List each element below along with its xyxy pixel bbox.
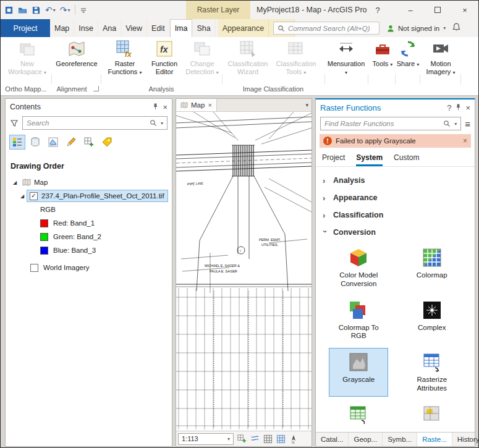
map-scale-combo[interactable]: 1:113 ▾ <box>178 433 234 445</box>
raster-grid-button[interactable] <box>276 434 286 444</box>
function-editor-button[interactable]: fx Function Editor <box>146 38 182 83</box>
tab-rf-project[interactable]: Project <box>322 153 345 166</box>
tab-history[interactable]: History <box>452 433 479 446</box>
function-item-colormap[interactable]: Colormap <box>402 243 462 292</box>
raster-functions-list[interactable]: › Analysis › Appearance › Classification… <box>316 166 475 432</box>
function-item-color-model-conversion[interactable]: Color Model Conversion <box>329 243 388 292</box>
add-feature-button[interactable] <box>237 434 247 444</box>
save-project-button[interactable] <box>32 6 41 15</box>
map-scale-value: 1:113 <box>182 435 227 442</box>
new-workspace-button[interactable]: New Workspace ▾ <box>3 38 51 83</box>
new-project-icon <box>4 6 14 15</box>
pane-close-icon[interactable]: × <box>465 104 470 112</box>
function-item-complex[interactable]: Complex <box>402 296 462 345</box>
raster-functions-button[interactable]: fx Raster Functions ▾ <box>104 38 145 83</box>
section-appearance[interactable]: › Appearance <box>316 189 475 206</box>
motion-imagery-button[interactable]: Motion Imagery ▾ <box>422 38 459 83</box>
find-raster-functions-input[interactable]: Find Raster Functions ▾ <box>320 117 461 130</box>
tab-imagery[interactable]: Ima <box>170 19 193 37</box>
north-compass-icon[interactable]: N <box>289 434 298 444</box>
sign-in-status[interactable]: Not signed in ▾ <box>386 22 446 35</box>
contents-close-icon[interactable]: × <box>163 103 167 111</box>
function-item-rasterize-attributes[interactable]: Rasterize Attributes <box>402 348 462 397</box>
tab-list-dropdown-icon[interactable]: ▾ <box>302 99 312 111</box>
pin-icon[interactable] <box>152 103 159 111</box>
tab-view[interactable]: View <box>121 19 147 37</box>
grid-plus-icon <box>83 137 95 148</box>
tab-symbology[interactable]: Symb... <box>383 433 417 446</box>
list-by-snapping-button[interactable] <box>81 135 97 150</box>
tab-edit[interactable]: Edit <box>147 19 170 37</box>
world-imagery-tree-item[interactable]: World Imagery <box>6 261 172 274</box>
function-item-grayscale[interactable]: Grayscale <box>329 348 388 397</box>
tab-share[interactable]: Sha <box>192 19 215 37</box>
contents-search-placeholder: Search <box>27 119 146 127</box>
map-viewport[interactable]: PIPE LINE I PERM. ESMT. UTILITIES. MICHA… <box>176 112 312 431</box>
undo-button[interactable]: ↶ ▾ <box>45 6 56 14</box>
section-analysis[interactable]: › Analysis <box>316 172 475 189</box>
open-project-button[interactable] <box>18 6 27 15</box>
filter-icon[interactable] <box>10 119 19 127</box>
tab-catalog[interactable]: Catal... <box>316 433 349 446</box>
minimize-button[interactable]: – <box>397 1 424 19</box>
ribbon: New Workspace ▾ Georeference fx Raster F… <box>1 37 478 84</box>
selected-layer-row[interactable]: ✓ 237.4_Plan-Profile_Sheet_Oct_2011.tif <box>27 190 168 202</box>
expander-icon[interactable]: ◢ <box>11 180 19 185</box>
list-by-data-source-button[interactable] <box>27 135 43 150</box>
error-banner: ! Failed to apply Grayscale × <box>320 134 471 148</box>
green-band-label: Green: Band_2 <box>53 233 101 240</box>
contents-search-input[interactable]: Search ▾ <box>22 116 167 130</box>
layer-checkbox-checked[interactable]: ✓ <box>30 192 38 200</box>
maximize-button[interactable] <box>424 1 451 19</box>
tab-rf-system[interactable]: System <box>356 153 383 166</box>
grid-toggle-button[interactable] <box>263 434 273 444</box>
new-workspace-icon <box>18 40 36 58</box>
pane-help-icon[interactable]: ? <box>447 104 451 112</box>
map-view-tab[interactable]: Map × <box>176 99 217 111</box>
tab-insert[interactable]: Inse <box>74 19 98 37</box>
pin-icon[interactable] <box>455 103 462 112</box>
notifications-button[interactable] <box>452 22 461 34</box>
classification-tools-button[interactable]: Classification Tools ▾ <box>271 38 321 83</box>
expander-icon[interactable]: ◢ <box>18 193 27 199</box>
function-item-colormap-to-rgb[interactable]: Colormap To RGB <box>329 296 388 345</box>
command-search-input[interactable]: Command Search (Alt+Q) <box>273 22 379 35</box>
tab-rf-custom[interactable]: Custom <box>394 153 419 166</box>
tab-geoprocessing[interactable]: Geop... <box>349 433 383 446</box>
list-by-selection-button[interactable] <box>45 135 61 150</box>
new-project-button[interactable] <box>4 6 14 15</box>
function-item-partial-left[interactable] <box>329 400 388 429</box>
snapping-toggle-button[interactable] <box>250 434 260 444</box>
tab-map[interactable]: Map <box>50 19 74 37</box>
tab-appearance[interactable]: Appearance <box>218 19 269 37</box>
share-button[interactable]: Share ▾ <box>396 38 420 83</box>
section-conversion[interactable]: › Conversion <box>316 224 475 241</box>
pane-menu-icon[interactable]: ≡ <box>465 119 470 129</box>
plan-profile-sheet-raster: PIPE LINE I PERM. ESMT. UTILITIES. MICHA… <box>176 112 312 431</box>
tab-raster-functions[interactable]: Raste... <box>417 433 452 446</box>
alignment-dialog-launcher[interactable] <box>93 86 99 91</box>
map-tree-item[interactable]: ◢ Map <box>6 175 172 189</box>
tab-project[interactable]: Project <box>1 19 50 37</box>
error-close-icon[interactable]: × <box>463 137 467 145</box>
list-by-editing-button[interactable] <box>63 135 79 150</box>
raster-layer-tree-item[interactable]: ◢ ✓ 237.4_Plan-Profile_Sheet_Oct_2011.ti… <box>6 189 172 203</box>
georeference-button[interactable]: Georeference <box>55 38 98 83</box>
section-classification[interactable]: › Classification <box>316 206 475 224</box>
list-by-labeling-button[interactable] <box>99 135 115 150</box>
world-imagery-checkbox-unchecked[interactable] <box>30 264 38 272</box>
classification-wizard-button[interactable]: Classification Wizard <box>227 38 269 83</box>
data-source-icon <box>30 137 41 148</box>
help-button[interactable]: ? <box>367 1 388 19</box>
tab-analysis[interactable]: Ana <box>98 19 121 37</box>
change-detection-button[interactable]: Change Detection ▾ <box>184 38 221 83</box>
map-annotation-circle: I <box>240 249 240 253</box>
map-tab-close-icon[interactable]: × <box>208 101 211 109</box>
list-by-drawing-order-button[interactable] <box>9 135 25 150</box>
customize-qat-button[interactable] <box>80 6 87 14</box>
redo-button[interactable]: ↷ ▾ <box>60 6 70 14</box>
function-item-partial-right[interactable] <box>402 400 462 429</box>
tools-button[interactable]: Tools ▾ <box>370 38 395 83</box>
mensuration-button[interactable]: Mensuration ▾ <box>327 38 365 83</box>
close-button[interactable]: × <box>451 1 478 19</box>
